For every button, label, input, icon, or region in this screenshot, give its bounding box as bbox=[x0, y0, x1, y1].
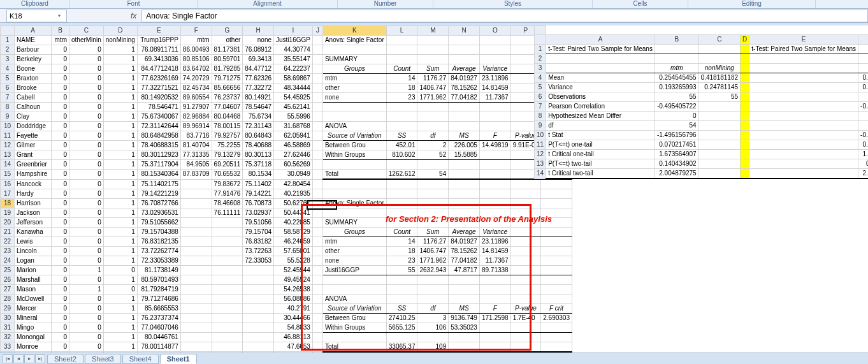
cell[interactable] bbox=[417, 122, 449, 131]
cell[interactable] bbox=[212, 237, 243, 246]
cell[interactable] bbox=[417, 275, 449, 284]
cell[interactable] bbox=[322, 275, 386, 284]
row-header[interactable]: 27 bbox=[1, 284, 15, 294]
cell[interactable]: 0 bbox=[69, 122, 104, 131]
cell[interactable]: Sum bbox=[417, 64, 449, 74]
cell[interactable]: 57.65001 bbox=[274, 246, 313, 256]
row-header[interactable]: 13 bbox=[1, 150, 15, 160]
row-header[interactable]: 5 bbox=[1, 74, 15, 84]
cell[interactable] bbox=[312, 55, 322, 64]
cell[interactable]: 0 bbox=[103, 284, 137, 294]
cell[interactable] bbox=[417, 160, 449, 170]
cell[interactable]: 0 bbox=[52, 342, 69, 352]
cell[interactable]: 0 bbox=[52, 141, 69, 150]
cell[interactable]: 76.23737 bbox=[212, 93, 243, 103]
cell[interactable] bbox=[698, 102, 740, 112]
row-header[interactable]: 4 bbox=[535, 73, 546, 83]
cell[interactable] bbox=[741, 159, 749, 169]
cell[interactable] bbox=[312, 170, 322, 180]
cell[interactable] bbox=[449, 179, 480, 189]
cell[interactable]: 0 bbox=[69, 112, 104, 122]
cell[interactable] bbox=[479, 189, 510, 198]
row-header[interactable]: 13 bbox=[535, 159, 546, 169]
nav-prev-icon[interactable]: ◂ bbox=[13, 354, 24, 363]
cell[interactable]: 54.26538 bbox=[274, 284, 313, 294]
cell[interactable] bbox=[312, 237, 322, 246]
cell[interactable]: F crit bbox=[541, 303, 572, 313]
cell[interactable]: Mineral bbox=[15, 313, 52, 323]
cell[interactable]: ANOVA bbox=[322, 294, 386, 303]
row-header[interactable]: 25 bbox=[1, 265, 15, 275]
cell[interactable]: 87.83709 bbox=[180, 170, 212, 180]
cell[interactable]: NAME bbox=[15, 36, 52, 45]
cell[interactable] bbox=[741, 73, 749, 83]
cell[interactable]: 0 bbox=[52, 84, 69, 93]
cell[interactable]: 79.14221219 bbox=[137, 189, 180, 198]
cell[interactable] bbox=[449, 284, 480, 294]
cell[interactable]: 171.2598 bbox=[479, 313, 510, 323]
cell[interactable] bbox=[312, 103, 322, 112]
cell[interactable]: 0 bbox=[103, 265, 137, 275]
row-header[interactable]: 22 bbox=[1, 237, 15, 246]
cell[interactable] bbox=[180, 179, 212, 189]
cell[interactable]: 77.62326169 bbox=[137, 74, 180, 84]
cell[interactable] bbox=[212, 246, 243, 256]
nav-next-icon[interactable]: ▸ bbox=[24, 354, 34, 363]
ttest-grid[interactable]: ABCDEFGHIJK1t-Test: Paired Two Sample fo… bbox=[534, 25, 868, 179]
cell[interactable] bbox=[479, 150, 510, 160]
cell[interactable]: 74.20729 bbox=[180, 74, 212, 84]
cell[interactable]: 0 bbox=[52, 265, 69, 275]
row-header[interactable]: 3 bbox=[535, 64, 546, 73]
cell[interactable]: 50.44341 bbox=[274, 208, 313, 217]
col-header[interactable]: L bbox=[386, 26, 417, 36]
cell[interactable]: 76.08912 bbox=[243, 45, 274, 55]
cell[interactable]: other bbox=[212, 36, 243, 45]
main-grid[interactable]: ABCDEFGHIJKLMNOPQ1NAMEmtmotherMininnonMi… bbox=[0, 25, 572, 353]
cell[interactable] bbox=[312, 84, 322, 93]
cell[interactable]: 0.193265993 bbox=[858, 83, 868, 92]
cell[interactable] bbox=[417, 179, 449, 189]
cell[interactable]: 80.30112923 bbox=[137, 150, 180, 160]
cell[interactable] bbox=[243, 313, 274, 323]
cell[interactable]: 810.602 bbox=[386, 150, 417, 160]
row-header[interactable]: 9 bbox=[535, 121, 546, 131]
cell[interactable]: 1 bbox=[103, 323, 137, 332]
cell[interactable] bbox=[312, 217, 322, 227]
row-header[interactable]: 2 bbox=[1, 45, 15, 55]
cell[interactable]: 54 bbox=[655, 121, 698, 131]
cell[interactable] bbox=[479, 112, 510, 122]
cell[interactable]: SS bbox=[386, 131, 417, 141]
cell[interactable]: 0.254545455 bbox=[858, 73, 868, 83]
cell[interactable]: MS bbox=[449, 131, 480, 141]
cell[interactable] bbox=[243, 294, 274, 303]
cell[interactable]: 77.04182 bbox=[449, 93, 480, 103]
cell[interactable] bbox=[541, 198, 572, 208]
cell[interactable] bbox=[180, 294, 212, 303]
cell[interactable]: 1 bbox=[103, 189, 137, 198]
cell[interactable] bbox=[749, 169, 858, 179]
cell[interactable]: 1 bbox=[103, 45, 137, 55]
cell[interactable]: 2.004879275 bbox=[858, 169, 868, 179]
cell[interactable]: Berkeley bbox=[15, 55, 52, 64]
row-header[interactable]: 11 bbox=[535, 140, 546, 150]
cell[interactable]: Monroe bbox=[15, 342, 52, 352]
cell[interactable]: SUMMARY bbox=[322, 55, 386, 64]
cell[interactable]: t-Test: Paired Two Sample for Means bbox=[749, 45, 858, 54]
cell[interactable]: 80.59701 bbox=[212, 55, 243, 64]
cell[interactable] bbox=[312, 275, 322, 284]
cell[interactable]: 80.64842958 bbox=[137, 131, 180, 141]
cell[interactable] bbox=[741, 131, 749, 140]
cell[interactable]: 0 bbox=[52, 246, 69, 256]
cell[interactable]: 78.40688315 bbox=[137, 141, 180, 150]
cell[interactable] bbox=[479, 294, 510, 303]
cell[interactable]: 55 bbox=[858, 92, 868, 102]
cell[interactable]: 1 bbox=[103, 342, 137, 352]
col-header[interactable]: N bbox=[449, 26, 480, 36]
cell[interactable]: 0 bbox=[52, 74, 69, 84]
cell[interactable] bbox=[541, 332, 572, 342]
cell[interactable] bbox=[449, 45, 480, 55]
cell[interactable]: Justi16GGP bbox=[322, 265, 386, 275]
cell[interactable]: 31.68768 bbox=[274, 122, 313, 131]
cell[interactable] bbox=[312, 198, 322, 208]
cell[interactable]: 78.546471 bbox=[137, 103, 180, 112]
